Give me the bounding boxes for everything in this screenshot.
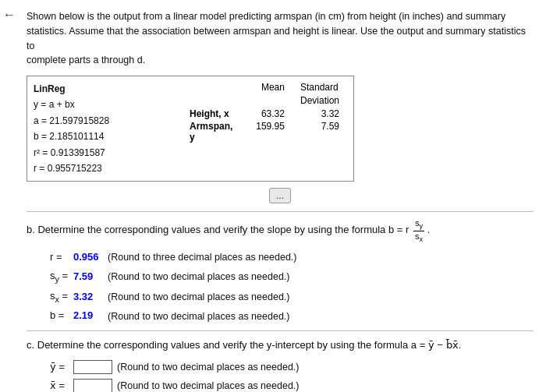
stats-row-armspan: Armspan, y 159.95 7.59 [182, 120, 347, 143]
sx-value: 3.32 [73, 289, 103, 305]
linreg-eq-5: r = 0.955715223 [34, 161, 166, 176]
linreg-eq-2: a = 21.597915828 [34, 113, 166, 129]
ybar-input[interactable] [73, 360, 112, 374]
back-arrow-icon[interactable]: ← [3, 8, 16, 22]
linreg-eq-4: r² = 0.913391587 [34, 145, 166, 161]
linreg-eq-3: b = 2.185101114 [34, 129, 166, 144]
part-b-label: b. Determine the corresponding values an… [27, 218, 534, 243]
answer-row-xbar[interactable]: x̄ = (Round to two decimal places as nee… [50, 378, 534, 392]
sy-note: (Round to two decimal places as needed.) [108, 269, 289, 284]
stats-row-height: Height, x 63.32 3.32 [182, 108, 347, 120]
std-header-2: Deviation [292, 94, 347, 108]
ybar-note: (Round to two decimal places as needed.) [117, 359, 299, 375]
linreg-equations: LinReg y = a + bx a = 21.597915828 b = 2… [34, 81, 166, 176]
sx-note: (Round to two decimal places as needed.) [108, 289, 289, 305]
answer-row-sx: sx = 3.32 (Round to two decimal places a… [50, 288, 534, 306]
sy-label: sy = [50, 268, 73, 286]
divider [27, 211, 534, 212]
linreg-eq-1: y = a + bx [34, 97, 166, 112]
answer-row-b: b = 2.19 (Round to two decimal places as… [50, 308, 534, 324]
sy-value: 7.59 [73, 269, 103, 285]
stats-table-container: Mean Standard Deviation Height, x 63.32 … [182, 81, 347, 143]
b-label: b = [50, 308, 73, 324]
formula-fraction: sy sx [413, 218, 424, 243]
part-b-answers: r = 0.956 (Round to three decimal places… [50, 249, 534, 324]
divider-2 [27, 330, 534, 331]
xbar-note: (Round to two decimal places as needed.) [117, 378, 299, 392]
stats-table: Mean Standard Deviation Height, x 63.32 … [182, 81, 347, 143]
mean-header: Mean [248, 81, 292, 94]
r-label: r = [50, 249, 73, 266]
xbar-label: x̄ = [50, 378, 73, 392]
linreg-block: LinReg y = a + bx a = 21.597915828 b = 2… [27, 76, 354, 182]
std-header-1: Standard [292, 81, 347, 94]
r-note: (Round to three decimal places as needed… [108, 249, 297, 265]
r-value: 0.956 [73, 249, 103, 266]
answer-row-ybar[interactable]: ȳ = (Round to two decimal places as need… [50, 359, 534, 376]
xbar-input[interactable] [73, 379, 112, 392]
ybar-label: ȳ = [50, 359, 73, 376]
expand-button[interactable]: ... [269, 188, 291, 203]
part-c-answers: ȳ = (Round to two decimal places as need… [50, 359, 534, 392]
answer-row-r: r = 0.956 (Round to three decimal places… [50, 249, 534, 266]
expand-row: ... [27, 188, 534, 203]
part-c-label: c. Determine the corresponding values an… [27, 337, 534, 353]
sx-label: sx = [50, 288, 73, 306]
linreg-title: LinReg [34, 81, 166, 97]
b-value: 2.19 [73, 308, 103, 324]
answer-row-sy: sy = 7.59 (Round to two decimal places a… [50, 268, 534, 286]
b-note: (Round to two decimal places as needed.) [108, 309, 289, 324]
intro-text: Shown below is the output from a linear … [27, 9, 534, 68]
